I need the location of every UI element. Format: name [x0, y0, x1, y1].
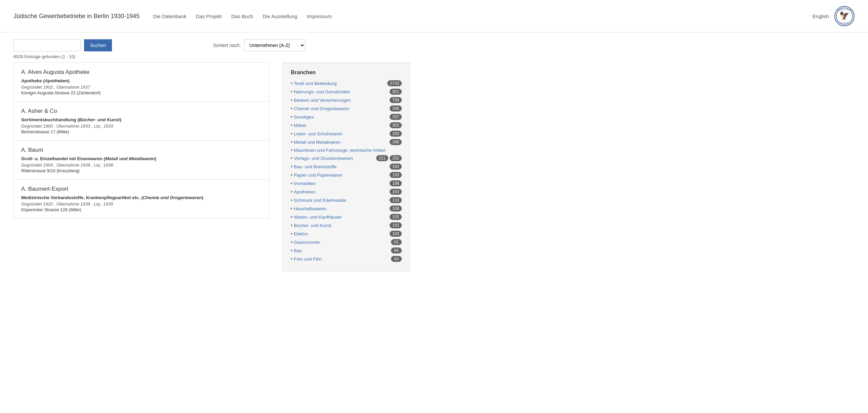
search-input[interactable]: [13, 39, 81, 51]
bullet-icon: •: [291, 164, 292, 169]
branch-link[interactable]: Leder- und Schuhwaren: [294, 131, 388, 136]
branch-list-item: •Bücher- und Kunst103: [291, 222, 402, 228]
result-item: A. Baumert-Export Medizinische Verbandss…: [13, 179, 269, 218]
nav-die-ausstellung[interactable]: Die Ausstellung: [262, 13, 297, 19]
nav-das-projekt[interactable]: Das Projekt: [196, 13, 222, 19]
branch-count-badge: 103: [390, 231, 402, 237]
branch-list-item: •Nahrungs- und Genußmittel921: [291, 89, 402, 95]
branch-link[interactable]: Elektro: [294, 231, 388, 236]
bullet-icon: •: [291, 147, 292, 153]
branch-count-badge: 110: [390, 197, 402, 203]
branch-link[interactable]: Haushaltswaren: [294, 206, 388, 211]
branch-count-badge: 759: [390, 97, 402, 103]
language-link[interactable]: English: [812, 13, 829, 19]
result-type: Sortimentsbuchhandlung (Bücher- und Kuns…: [21, 117, 261, 122]
result-meta: Gegründet 1902 , Übernahme 1937: [21, 84, 261, 90]
branch-link[interactable]: Apotheken: [294, 190, 388, 195]
bullet-icon: •: [291, 214, 292, 219]
branch-count-badge: 91: [391, 239, 402, 245]
branch-list-item: •Maschinen und Fahrzeuge, technische Art…: [291, 147, 402, 153]
branch-link[interactable]: Maschinen und Fahrzeuge, technische Arti…: [294, 148, 402, 153]
branch-list-item: •Banken und Versicherungen759: [291, 97, 402, 103]
bullet-icon: •: [291, 131, 292, 136]
result-item: A. Asher & Co Sortimentsbuchhandlung (Bü…: [13, 101, 269, 140]
branch-list-item: •Leder- und Schuhwaren293: [291, 131, 402, 137]
result-type: Apotheke (Apotheken): [21, 78, 261, 83]
branch-count-badge: 348: [390, 105, 402, 111]
header-right: English 🦅 ZU BERLIN HUMBOLDT-UNIVERSITÄT: [812, 6, 855, 26]
nav-die-datenbank[interactable]: Die Datenbank: [153, 13, 186, 19]
branch-count-badge: 303: [390, 122, 402, 128]
branch-link[interactable]: Bücher- und Kunst: [294, 223, 388, 228]
branch-link[interactable]: Banken und Versicherungen: [294, 98, 388, 103]
branch-list-item: •Schmuck und Edelmetalle110: [291, 197, 402, 203]
result-meta: Gegründet 1900 , Übernahme 1933 , Liq.: …: [21, 124, 261, 129]
branch-list-item: •Bau84: [291, 247, 402, 253]
svg-text:ZU BERLIN: ZU BERLIN: [841, 22, 848, 24]
result-address: Ritterstrasse 9/10 (Kreuzberg): [21, 168, 261, 173]
sort-select[interactable]: Unternehmen (A-Z) Unternehmen (Z-A) Datu…: [244, 39, 305, 51]
result-item: A. Alves Augusta Apotheke Apotheke (Apot…: [13, 63, 269, 101]
branch-list-item: •Foto und Film43: [291, 256, 402, 262]
branch-link[interactable]: Gastronomie: [294, 240, 390, 245]
branch-link[interactable]: Sonstiges: [294, 114, 388, 119]
nav-das-buch[interactable]: Das Buch: [231, 13, 253, 19]
bullet-icon: •: [291, 189, 292, 195]
header: Jüdische Gewerbebetriebe in Berlin 1930-…: [0, 0, 868, 33]
branch-count-badge: 108: [390, 206, 402, 211]
branch-count-badge: 2710: [387, 80, 402, 86]
branch-list-item: •Elektro103: [291, 231, 402, 237]
svg-text:🦅: 🦅: [839, 11, 850, 21]
bullet-icon: •: [291, 172, 292, 178]
result-address: Behrenstrasse 17 (Mitte): [21, 129, 261, 134]
branch-count-badge: 163: [390, 189, 402, 195]
branch-link[interactable]: Verlags- und Druckereiwesen: [294, 156, 375, 161]
branch-link[interactable]: Immobilien: [294, 181, 388, 186]
result-type: Medizinische Verbandsstoffe, Krankenpfle…: [21, 195, 261, 200]
branch-link[interactable]: Schmuck und Edelmetalle: [294, 198, 388, 203]
result-meta: Gegründet 1920 , Übernahme 1938 , Liq.: …: [21, 202, 261, 207]
bullet-icon: •: [291, 181, 292, 186]
bullet-icon: •: [291, 80, 292, 86]
branch-list-item: •Bau- und Brennstoffe193: [291, 164, 402, 170]
result-address: Königin-Augusta-Strasse 22 (Zehlendorf): [21, 90, 261, 95]
main-layout: A. Alves Augusta Apotheke Apotheke (Apot…: [0, 63, 868, 271]
branch-list-item: •Immobilien188: [291, 180, 402, 186]
branch-link[interactable]: Textil und Bekleidung: [294, 81, 386, 86]
branch-link[interactable]: Chemie und Drogeriewaren: [294, 106, 388, 111]
bullet-icon: •: [291, 198, 292, 203]
branch-count-badge: 293: [390, 131, 402, 137]
branch-link[interactable]: Bau: [294, 248, 390, 253]
nav-impressum[interactable]: Impressum: [307, 13, 332, 19]
bullet-icon: •: [291, 114, 292, 119]
branch-link[interactable]: Metall und Metallwaren: [294, 140, 388, 145]
bullet-icon: •: [291, 239, 292, 245]
bullet-icon: •: [291, 156, 292, 161]
branch-link[interactable]: Foto und Film: [294, 256, 390, 262]
search-area: Suchen Sortiert nach: Unternehmen (A-Z) …: [0, 33, 868, 63]
branch-link[interactable]: Waren- und Kaufhäuser: [294, 214, 388, 219]
branch-count-badge: 105: [390, 214, 402, 220]
branch-link[interactable]: Möbel: [294, 123, 388, 128]
branch-count-badge: 84: [391, 247, 402, 253]
bullet-icon: •: [291, 256, 292, 262]
result-title: A. Alves Augusta Apotheke: [21, 69, 261, 75]
bullet-icon: •: [291, 248, 292, 253]
bullet-icon: •: [291, 222, 292, 228]
branch-list-item: •Möbel303: [291, 122, 402, 128]
result-title: A. Baumert-Export: [21, 186, 261, 193]
branch-list-item: •Gastronomie91: [291, 239, 402, 245]
branch-list: •Textil und Bekleidung2710•Nahrungs- und…: [291, 80, 402, 262]
branch-count-badge: 337: [390, 114, 402, 120]
branch-link[interactable]: Bau- und Brennstoffe: [294, 164, 388, 169]
bullet-icon: •: [291, 106, 292, 111]
bullet-icon: •: [291, 206, 292, 211]
branch-link[interactable]: Papier und Papierwaren: [294, 173, 388, 178]
bullet-icon: •: [291, 89, 292, 94]
search-button[interactable]: Suchen: [84, 39, 112, 51]
result-type: Groß- u. Einzelhandel mit Eisenwaren (Me…: [21, 156, 261, 161]
university-logo: 🦅 ZU BERLIN HUMBOLDT-UNIVERSITÄT: [834, 6, 855, 26]
branch-list-item: •Waren- und Kaufhäuser105: [291, 214, 402, 220]
branch-link[interactable]: Nahrungs- und Genußmittel: [294, 89, 388, 94]
branch-count-badge: 262: [390, 155, 402, 161]
